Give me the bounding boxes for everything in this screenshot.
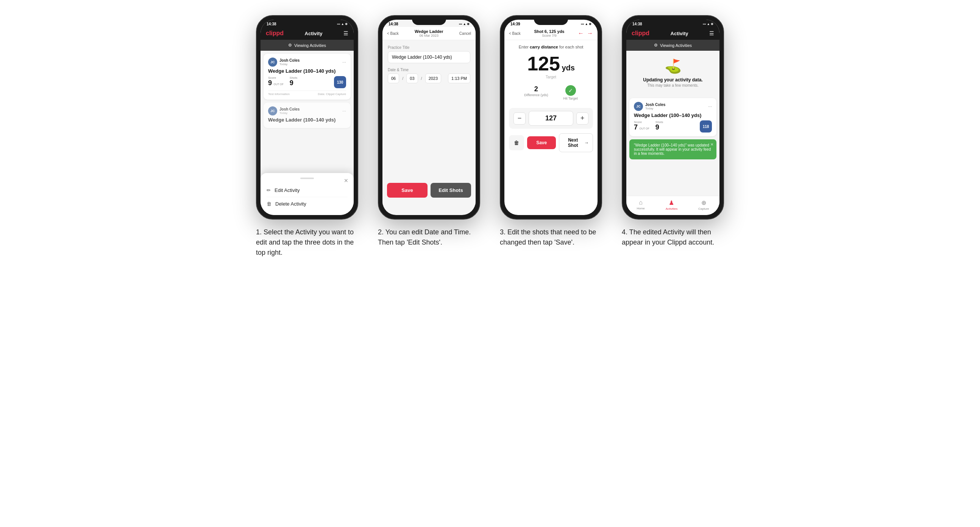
app-nav-1: clippd Activity ☰ [261, 27, 354, 40]
shot-action-row-3: 🗑 Save Next Shot → [509, 133, 593, 152]
back-btn-3[interactable]: < Back [509, 32, 521, 36]
score-val-1: 9 [268, 79, 272, 87]
hit-target-stat: ✓ Hit Target [563, 85, 578, 100]
phone-3: 14:39 ▪▪▪ ▲ ⊕ < Back Shot 6, 125 yds Sco… [500, 15, 602, 220]
shots-val-4: 9 [655, 124, 659, 131]
phone-4-column: 14:38 ▪▪▪ ▲ ⊕ clippd Activity ☰ ⚙ Viewin… [618, 15, 728, 248]
user-name-1: Josh Coles [280, 58, 299, 62]
cancel-btn-2[interactable]: Cancel [459, 32, 471, 36]
caption-3: 3. Edit the shots that need to be change… [500, 227, 602, 248]
dist-num-3: 125 [527, 52, 560, 75]
capture-icon-4: ⊕ [701, 199, 706, 206]
date-time-label-2: Date & Time [388, 68, 470, 72]
caption-1: 1. Select the Activity you want to edit … [256, 227, 358, 258]
user-name-4: Josh Coles [645, 103, 665, 107]
card-footer-1: Test Information Data: Clippd Capture [268, 90, 346, 96]
score-row-4: Score 7 OUT OF Shots 9 118 [634, 121, 712, 132]
save-btn-2[interactable]: Save [387, 183, 428, 198]
form-subtitle-2: 06 Mar 2023 [415, 34, 444, 38]
date-month-2[interactable]: 03 [406, 73, 418, 83]
phone-4: 14:38 ▪▪▪ ▲ ⊕ clippd Activity ☰ ⚙ Viewin… [622, 15, 724, 220]
success-toast-4: ✕ "Wedge Ladder (100–140 yds)" was updat… [629, 139, 716, 159]
activity-card-1: JC Josh Coles Today ··· Wedge Ladder (10… [264, 54, 351, 100]
phone-2: 14:38 ▪▪▪ ▲ ⊕ < Back Wedge Ladder 06 Mar… [378, 15, 480, 220]
delete-activity-item[interactable]: 🗑 Delete Activity [267, 197, 348, 211]
card-header-2: JC Josh Coles Today ··· [268, 106, 346, 116]
user-name-group-1: Josh Coles Today [280, 58, 299, 66]
delete-shot-btn-3[interactable]: 🗑 [509, 135, 524, 150]
datetime-row-2: 06 / 03 / 2023 1:13 PM [388, 73, 470, 83]
user-info-1: JC Josh Coles Today [268, 57, 299, 67]
user-name-group-4: Josh Coles Today [645, 103, 665, 110]
shot-nav-title-3: Shot 6, 125 yds Score 7/9 [534, 29, 564, 38]
three-dots-4[interactable]: ··· [708, 104, 712, 109]
next-shot-label-3: Next Shot [563, 137, 583, 148]
form-nav-title-2: Wedge Ladder 06 Mar 2023 [415, 29, 444, 38]
user-date-4: Today [645, 107, 665, 110]
practice-title-input-2[interactable]: Wedge Ladder (100–140 yds) [388, 51, 470, 63]
date-sep-1: / [402, 76, 403, 81]
back-btn-2[interactable]: < Back [387, 32, 399, 36]
shot-val-input-3[interactable]: 127 [529, 111, 573, 126]
date-year-2[interactable]: 2023 [425, 73, 441, 83]
shot-body-3: Enter carry distance for each shot 125 y… [504, 40, 598, 157]
time-val-2[interactable]: 1:13 PM [448, 73, 470, 83]
shot-input-row-3: − 127 + [509, 108, 593, 129]
user-date-1: Today [280, 62, 299, 66]
activities-label-4: Activities [666, 207, 678, 211]
prev-shot-arrow[interactable]: ← [578, 30, 584, 37]
difference-stat: 2 Difference (yds) [524, 85, 548, 100]
edit-icon: ✏ [267, 187, 271, 193]
score-group-4: Score 7 OUT OF [634, 121, 649, 131]
sheet-close-btn[interactable]: ✕ [344, 178, 348, 184]
bottom-sheet-1: ✕ ✏ Edit Activity 🗑 Delete Activity [261, 173, 354, 215]
save-shot-btn-3[interactable]: Save [527, 136, 556, 149]
status-time-2: 14:38 [388, 22, 398, 26]
status-time-3: 14:39 [511, 22, 520, 26]
activity-card-2: JC Josh Coles Today ··· Wedge Ladder (10… [264, 103, 351, 128]
form-body-2: Practice Title Wedge Ladder (100–140 yds… [382, 40, 476, 205]
form-btn-row-2: Save Edit Shots [387, 183, 471, 198]
capture-label-4: Capture [698, 207, 709, 211]
card-header-1: JC Josh Coles Today ··· [268, 57, 346, 67]
nav-title-4: Activity [671, 31, 689, 37]
avatar-4: JC [634, 102, 643, 111]
nav-home-4[interactable]: ⌂ Home [636, 199, 644, 211]
diff-val-3: 2 [524, 85, 548, 93]
score-row-1: Score 9 OUT OF Shots 9 130 [268, 76, 346, 88]
viewing-banner-1: ⚙ Viewing Activities [261, 40, 354, 51]
edit-shots-btn-2[interactable]: Edit Shots [431, 183, 471, 198]
date-day-2[interactable]: 06 [388, 73, 399, 83]
shot-arrows-3: ← → [578, 30, 593, 37]
phone-1-column: 14:38 ▪▪▪ ▲ ⊕ clippd Activity ☰ ⚙ Viewin… [252, 15, 362, 258]
three-dots-1[interactable]: ··· [342, 59, 346, 65]
avatar-1: JC [268, 57, 277, 67]
increment-btn-3[interactable]: + [576, 113, 589, 125]
toast-close-btn-4[interactable]: ✕ [710, 142, 713, 146]
next-shot-arrow[interactable]: → [587, 30, 593, 37]
edit-activity-item[interactable]: ✏ Edit Activity [267, 184, 348, 197]
next-shot-btn-3[interactable]: Next Shot → [559, 133, 593, 152]
delete-label: Delete Activity [275, 201, 306, 207]
avatar-2: JC [268, 106, 277, 116]
status-icons-3: ▪▪▪ ▲ ⊕ [581, 22, 592, 26]
phone-1: 14:38 ▪▪▪ ▲ ⊕ clippd Activity ☰ ⚙ Viewin… [256, 15, 358, 220]
home-label-4: Home [636, 207, 644, 210]
form-title-2: Wedge Ladder [415, 29, 444, 34]
decrement-btn-3[interactable]: − [514, 113, 526, 125]
shot-nav-3: < Back Shot 6, 125 yds Score 7/9 ← → [504, 27, 598, 40]
notch-3 [534, 16, 568, 25]
caption-4: 4. The edited Activity will then appear … [622, 227, 724, 248]
viewing-banner-4: ⚙ Viewing Activities [626, 40, 719, 51]
hamburger-icon-1[interactable]: ☰ [344, 30, 348, 37]
activity-title-1: Wedge Ladder (100–140 yds) [268, 68, 346, 74]
hamburger-icon-4[interactable]: ☰ [709, 30, 714, 37]
status-time-4: 14:38 [632, 22, 642, 26]
nav-capture-4[interactable]: ⊕ Capture [698, 199, 709, 211]
three-dots-2[interactable]: ··· [342, 108, 346, 114]
update-sub-4: This may take a few moments. [631, 83, 715, 87]
data-info-1: Data: Clippd Capture [318, 92, 346, 96]
nav-activities-4[interactable]: ♟ Activities [666, 199, 678, 211]
notch-4 [656, 16, 690, 25]
activity-title-2: Wedge Ladder (100–140 yds) [268, 117, 346, 123]
